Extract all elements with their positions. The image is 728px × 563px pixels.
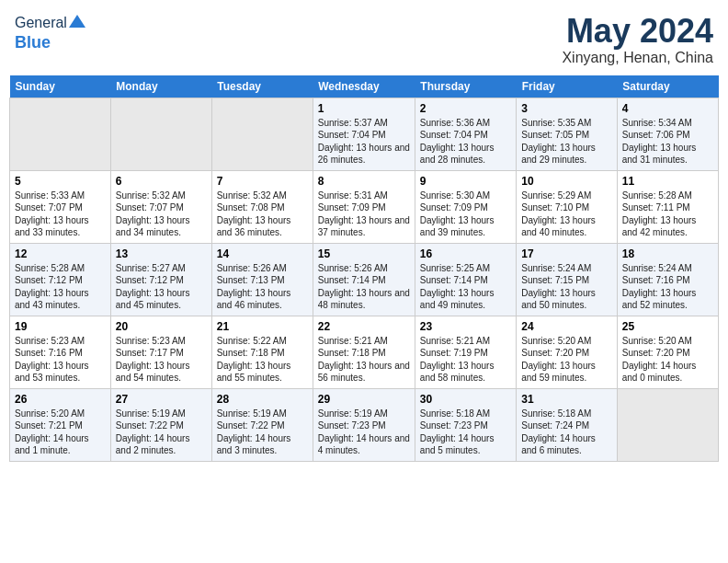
day-number: 2 [420, 102, 511, 115]
day-number: 27 [116, 393, 207, 406]
calendar-cell: 6Sunrise: 5:32 AM Sunset: 7:07 PM Daylig… [110, 170, 211, 243]
month-title: May 2024 [562, 13, 713, 50]
day-info: Sunrise: 5:24 AM Sunset: 7:15 PM Dayligh… [521, 262, 612, 312]
day-info: Sunrise: 5:35 AM Sunset: 7:05 PM Dayligh… [521, 117, 612, 167]
day-number: 11 [622, 175, 713, 188]
calendar-week-row: 12Sunrise: 5:28 AM Sunset: 7:12 PM Dayli… [10, 243, 719, 316]
day-number: 5 [15, 175, 106, 188]
day-info: Sunrise: 5:22 AM Sunset: 7:18 PM Dayligh… [217, 335, 308, 385]
day-info: Sunrise: 5:25 AM Sunset: 7:14 PM Dayligh… [420, 262, 511, 312]
day-number: 26 [15, 393, 106, 406]
day-number: 7 [217, 175, 308, 188]
calendar-cell [617, 388, 718, 461]
calendar-cell: 30Sunrise: 5:18 AM Sunset: 7:23 PM Dayli… [415, 388, 516, 461]
day-info: Sunrise: 5:20 AM Sunset: 7:20 PM Dayligh… [521, 335, 612, 385]
day-info: Sunrise: 5:20 AM Sunset: 7:21 PM Dayligh… [15, 408, 106, 457]
day-info: Sunrise: 5:37 AM Sunset: 7:04 PM Dayligh… [318, 117, 410, 167]
day-number: 19 [15, 320, 106, 333]
day-number: 12 [15, 247, 106, 260]
day-info: Sunrise: 5:32 AM Sunset: 7:08 PM Dayligh… [217, 190, 308, 239]
calendar-week-row: 19Sunrise: 5:23 AM Sunset: 7:16 PM Dayli… [10, 316, 719, 388]
day-number: 13 [116, 247, 207, 260]
weekday-header-cell: Sunday [10, 75, 111, 98]
calendar-cell: 8Sunrise: 5:31 AM Sunset: 7:09 PM Daylig… [313, 170, 415, 243]
day-info: Sunrise: 5:31 AM Sunset: 7:09 PM Dayligh… [318, 190, 410, 239]
calendar-cell: 27Sunrise: 5:19 AM Sunset: 7:22 PM Dayli… [110, 388, 211, 461]
calendar-table: SundayMondayTuesdayWednesdayThursdayFrid… [9, 75, 719, 462]
calendar-cell: 15Sunrise: 5:26 AM Sunset: 7:14 PM Dayli… [313, 243, 415, 316]
day-number: 10 [521, 175, 612, 188]
location-title: Xinyang, Henan, China [562, 50, 713, 66]
day-number: 30 [420, 393, 511, 406]
calendar-cell: 11Sunrise: 5:28 AM Sunset: 7:11 PM Dayli… [617, 170, 718, 243]
day-info: Sunrise: 5:28 AM Sunset: 7:11 PM Dayligh… [622, 190, 713, 239]
day-info: Sunrise: 5:24 AM Sunset: 7:16 PM Dayligh… [622, 262, 713, 312]
day-info: Sunrise: 5:26 AM Sunset: 7:13 PM Dayligh… [217, 262, 308, 312]
calendar-cell: 5Sunrise: 5:33 AM Sunset: 7:07 PM Daylig… [10, 170, 111, 243]
calendar-cell [211, 98, 313, 170]
day-info: Sunrise: 5:21 AM Sunset: 7:19 PM Dayligh… [420, 335, 511, 385]
weekday-header-cell: Saturday [617, 75, 718, 98]
day-number: 1 [318, 102, 410, 115]
weekday-header-cell: Tuesday [211, 75, 313, 98]
day-number: 24 [521, 320, 612, 333]
logo: General Blue [15, 13, 85, 52]
weekday-header-cell: Monday [110, 75, 211, 98]
calendar-cell: 2Sunrise: 5:36 AM Sunset: 7:04 PM Daylig… [415, 98, 516, 170]
day-number: 16 [420, 247, 511, 260]
logo-blue-text: Blue [15, 33, 51, 52]
calendar-cell: 12Sunrise: 5:28 AM Sunset: 7:12 PM Dayli… [10, 243, 111, 316]
calendar-cell: 1Sunrise: 5:37 AM Sunset: 7:04 PM Daylig… [313, 98, 415, 170]
calendar-cell: 22Sunrise: 5:21 AM Sunset: 7:18 PM Dayli… [313, 316, 415, 388]
calendar-cell: 31Sunrise: 5:18 AM Sunset: 7:24 PM Dayli… [517, 388, 618, 461]
calendar-cell: 16Sunrise: 5:25 AM Sunset: 7:14 PM Dayli… [415, 243, 516, 316]
day-info: Sunrise: 5:23 AM Sunset: 7:16 PM Dayligh… [15, 335, 106, 385]
day-info: Sunrise: 5:30 AM Sunset: 7:09 PM Dayligh… [420, 190, 511, 239]
calendar-cell: 14Sunrise: 5:26 AM Sunset: 7:13 PM Dayli… [211, 243, 313, 316]
calendar-cell: 13Sunrise: 5:27 AM Sunset: 7:12 PM Dayli… [110, 243, 211, 316]
logo-icon [69, 13, 85, 29]
weekday-header-cell: Wednesday [313, 75, 415, 98]
day-info: Sunrise: 5:18 AM Sunset: 7:23 PM Dayligh… [420, 408, 511, 457]
logo-general-text: General [15, 15, 67, 31]
day-number: 23 [420, 320, 511, 333]
day-number: 25 [622, 320, 713, 333]
calendar-cell: 10Sunrise: 5:29 AM Sunset: 7:10 PM Dayli… [517, 170, 618, 243]
calendar-cell: 19Sunrise: 5:23 AM Sunset: 7:16 PM Dayli… [10, 316, 111, 388]
day-number: 17 [521, 247, 612, 260]
day-number: 9 [420, 175, 511, 188]
calendar-cell: 25Sunrise: 5:20 AM Sunset: 7:20 PM Dayli… [617, 316, 718, 388]
calendar-week-row: 1Sunrise: 5:37 AM Sunset: 7:04 PM Daylig… [10, 98, 719, 170]
calendar-cell: 4Sunrise: 5:34 AM Sunset: 7:06 PM Daylig… [617, 98, 718, 170]
calendar-cell: 23Sunrise: 5:21 AM Sunset: 7:19 PM Dayli… [415, 316, 516, 388]
day-info: Sunrise: 5:34 AM Sunset: 7:06 PM Dayligh… [622, 117, 713, 167]
day-number: 18 [622, 247, 713, 260]
day-number: 21 [217, 320, 308, 333]
day-number: 8 [318, 175, 410, 188]
day-info: Sunrise: 5:26 AM Sunset: 7:14 PM Dayligh… [318, 262, 410, 312]
day-info: Sunrise: 5:36 AM Sunset: 7:04 PM Dayligh… [420, 117, 511, 167]
day-info: Sunrise: 5:33 AM Sunset: 7:07 PM Dayligh… [15, 190, 106, 239]
calendar-cell: 26Sunrise: 5:20 AM Sunset: 7:21 PM Dayli… [10, 388, 111, 461]
day-info: Sunrise: 5:19 AM Sunset: 7:23 PM Dayligh… [318, 408, 410, 457]
day-info: Sunrise: 5:29 AM Sunset: 7:10 PM Dayligh… [521, 190, 612, 239]
page-header: General Blue May 2024 Xinyang, Henan, Ch… [9, 9, 719, 70]
calendar-body: 1Sunrise: 5:37 AM Sunset: 7:04 PM Daylig… [10, 98, 719, 461]
day-info: Sunrise: 5:21 AM Sunset: 7:18 PM Dayligh… [318, 335, 410, 385]
calendar-cell [110, 98, 211, 170]
calendar-cell: 21Sunrise: 5:22 AM Sunset: 7:18 PM Dayli… [211, 316, 313, 388]
weekday-header-cell: Friday [517, 75, 618, 98]
day-info: Sunrise: 5:23 AM Sunset: 7:17 PM Dayligh… [116, 335, 207, 385]
weekday-header-cell: Thursday [415, 75, 516, 98]
day-number: 28 [217, 393, 308, 406]
day-number: 29 [318, 393, 410, 406]
day-number: 4 [622, 102, 713, 115]
day-info: Sunrise: 5:18 AM Sunset: 7:24 PM Dayligh… [521, 408, 612, 457]
day-number: 31 [521, 393, 612, 406]
day-number: 22 [318, 320, 410, 333]
calendar-cell: 17Sunrise: 5:24 AM Sunset: 7:15 PM Dayli… [517, 243, 618, 316]
calendar-week-row: 5Sunrise: 5:33 AM Sunset: 7:07 PM Daylig… [10, 170, 719, 243]
day-info: Sunrise: 5:28 AM Sunset: 7:12 PM Dayligh… [15, 262, 106, 312]
day-number: 3 [521, 102, 612, 115]
calendar-cell: 28Sunrise: 5:19 AM Sunset: 7:22 PM Dayli… [211, 388, 313, 461]
